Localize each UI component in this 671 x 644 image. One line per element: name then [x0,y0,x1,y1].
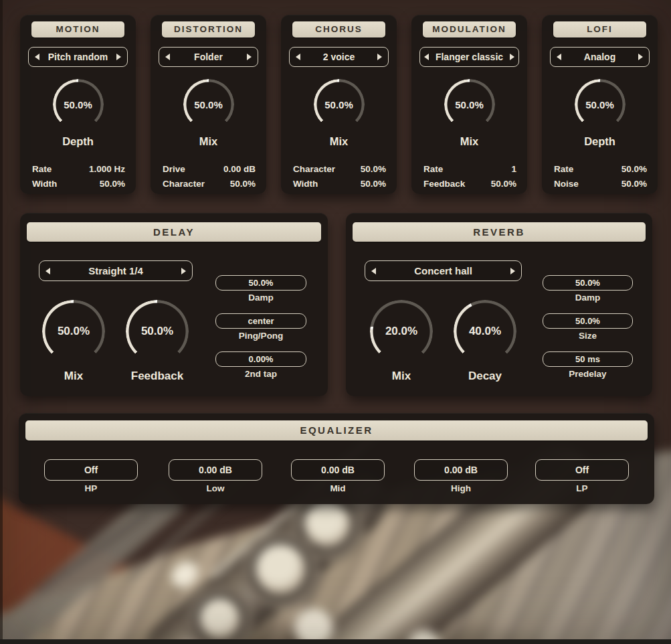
delay-damp-field: 50.0% Damp [215,275,306,303]
knob-value: 50.0% [183,79,234,130]
reverb-damp-value[interactable]: 50.0% [543,275,633,291]
modulation-mix-knob[interactable]: 50.0% Mix [444,79,495,130]
prev-arrow-icon[interactable] [165,54,170,60]
panel-lofi: LOFI Analog 50.0% Depth Rate 50.0% Noise… [542,15,658,194]
reverb-decay-knob[interactable]: 40.0% Decay [454,300,516,363]
param-value[interactable]: 50.0% [100,177,125,191]
prev-arrow-icon[interactable] [424,54,429,60]
chorus-mode-selector[interactable]: 2 voice [289,47,389,67]
knob-label: Depth [555,135,646,148]
lofi-params: Rate 50.0% Noise 50.0% [554,162,647,191]
param-value[interactable]: 50.0% [361,177,386,191]
delay-damp-label: Damp [215,293,306,303]
param-row: Character 50.0% [293,162,386,177]
eq-lp-label: LP [535,483,629,493]
eq-mid-value[interactable]: 0.00 dB [291,459,385,481]
eq-high-value[interactable]: 0.00 dB [414,459,508,481]
delay-pingpong-value[interactable]: center [215,313,306,329]
distortion-header-button[interactable]: DISTORTION [162,21,255,37]
chorus-mix-knob[interactable]: 50.0% Mix [314,79,365,130]
param-label: Width [293,177,318,191]
delay-mode-selector[interactable]: Straight 1/4 [39,260,193,281]
flute-key [249,538,312,601]
reverb-damp-field: 50.0% Damp [543,275,633,303]
param-row: Width 50.0% [293,177,386,191]
reverb-mode-selector[interactable]: Concert hall [365,260,522,281]
eq-lp-band: Off LP [535,459,629,493]
prev-arrow-icon[interactable] [557,54,561,60]
distortion-mode-label: Folder [194,52,223,62]
next-arrow-icon[interactable] [510,268,515,274]
flute-key [193,592,247,644]
chorus-params: Character 50.0% Width 50.0% [293,162,386,191]
param-value[interactable]: 50.0% [621,177,647,191]
lofi-mode-selector[interactable]: Analog [550,47,650,67]
param-label: Noise [554,177,579,191]
prev-arrow-icon[interactable] [371,268,376,274]
param-value[interactable]: 50.0% [361,162,386,177]
knob-value: 50.0% [126,300,189,363]
eq-low-value[interactable]: 0.00 dB [169,459,262,481]
next-arrow-icon[interactable] [181,268,186,274]
motion-header-button[interactable]: MOTION [31,21,124,37]
delay-damp-value[interactable]: 50.0% [215,275,306,291]
distortion-mix-knob[interactable]: 50.0% Mix [183,79,234,130]
knob-label: Mix [424,135,515,148]
delay-2ndtap-value[interactable]: 0.00% [215,351,306,367]
param-label: Rate [423,162,443,177]
panel-delay: DELAY Straight 1/4 50.0% Mix 50.0% Feedb… [20,213,328,396]
param-value[interactable]: 1.000 Hz [89,162,125,177]
prev-arrow-icon[interactable] [296,54,300,60]
param-row: Rate 1 [423,162,516,177]
panel-motion: MOTION Pitch random 50.0% Depth Rate 1.0… [20,15,136,194]
next-arrow-icon[interactable] [638,54,643,60]
equalizer-header-button[interactable]: EQUALIZER [25,420,648,440]
modulation-mode-label: Flanger classic [436,52,503,62]
param-value[interactable]: 0.00 dB [223,162,256,177]
modulation-params: Rate 1 Feedback 50.0% [423,162,516,191]
delay-feedback-knob[interactable]: 50.0% Feedback [126,300,189,363]
param-value[interactable]: 1 [511,162,516,177]
reverb-header-button[interactable]: REVERB [353,222,646,242]
eq-hp-value[interactable]: Off [44,459,138,481]
param-row: Feedback 50.0% [423,177,516,191]
param-label: Feedback [423,177,465,191]
distortion-mode-selector[interactable]: Folder [159,47,258,67]
eq-high-label: High [414,483,508,493]
reverb-size-value[interactable]: 50.0% [543,313,633,329]
motion-mode-selector[interactable]: Pitch random [28,47,128,67]
lofi-header-button[interactable]: LOFI [553,21,646,37]
modulation-header-button[interactable]: MODULATION [423,21,516,37]
prev-arrow-icon[interactable] [45,268,50,274]
knob-value: 50.0% [444,79,495,130]
param-value[interactable]: 50.0% [621,162,647,177]
modulation-mode-selector[interactable]: Flanger classic [419,47,519,67]
next-arrow-icon[interactable] [247,54,252,60]
param-label: Rate [554,162,573,177]
next-arrow-icon[interactable] [377,54,382,60]
chorus-header-button[interactable]: CHORUS [292,21,385,37]
lofi-mode-label: Analog [584,52,615,62]
reverb-mix-knob[interactable]: 20.0% Mix [370,300,433,363]
param-value[interactable]: 50.0% [491,177,516,191]
param-value[interactable]: 50.0% [230,177,256,191]
delay-mix-knob[interactable]: 50.0% Mix [42,300,105,363]
reverb-predelay-label: Predelay [543,369,633,379]
delay-header-button[interactable]: DELAY [27,222,321,242]
motion-depth-knob[interactable]: 50.0% Depth [53,79,104,130]
knob-value: 40.0% [454,300,516,363]
next-arrow-icon[interactable] [510,54,514,60]
knob-value: 20.0% [370,300,433,363]
eq-lp-value[interactable]: Off [535,459,629,481]
next-arrow-icon[interactable] [116,54,121,60]
motion-params: Rate 1.000 Hz Width 50.0% [32,162,125,191]
prev-arrow-icon[interactable] [35,54,39,60]
knob-value: 50.0% [42,300,105,363]
distortion-params: Drive 0.00 dB Character 50.0% [163,162,256,191]
knob-label: Feedback [106,370,209,383]
eq-high-band: 0.00 dB High [414,459,508,493]
lofi-depth-knob[interactable]: 50.0% Depth [575,79,626,130]
reverb-predelay-value[interactable]: 50 ms [543,351,633,367]
param-row: Drive 0.00 dB [163,162,256,177]
panel-reverb: REVERB Concert hall 20.0% Mix 40.0% Deca… [346,213,652,396]
